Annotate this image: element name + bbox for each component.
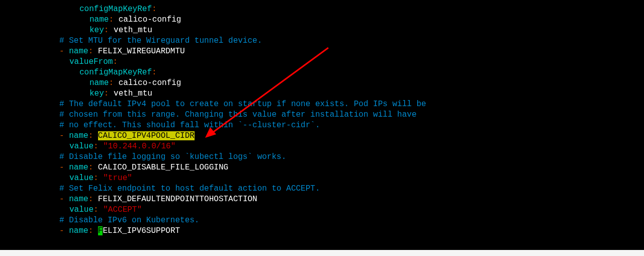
yaml-line: configMapKeyRef:: [0, 67, 644, 78]
window-bottom-edge: [0, 250, 644, 256]
yaml-line: value: "true": [0, 173, 644, 184]
terminal-editor[interactable]: configMapKeyRef: name: calico-config key…: [0, 4, 644, 236]
search-highlight: CALICO_IPV4POOL_CIDR: [98, 131, 195, 140]
yaml-line: key: veth_mtu: [0, 25, 644, 36]
yaml-comment: # no effect. This should fall within `--…: [0, 120, 644, 131]
yaml-line: valueFrom:: [0, 57, 644, 67]
yaml-line-highlighted: - name: CALICO_IPV4POOL_CIDR: [0, 131, 644, 141]
yaml-line: value: "ACCEPT": [0, 205, 644, 215]
editor-cursor: F: [98, 226, 103, 235]
yaml-line: name: calico-config: [0, 78, 644, 89]
yaml-line: - name: CALICO_DISABLE_FILE_LOGGING: [0, 162, 644, 173]
yaml-line: configMapKeyRef:: [0, 4, 644, 15]
yaml-line: value: "10.244.0.0/16": [0, 141, 644, 152]
yaml-line: - name: FELIX_WIREGUARDMTU: [0, 46, 644, 57]
yaml-comment: # Disable IPv6 on Kubernetes.: [0, 215, 644, 226]
yaml-comment: # The default IPv4 pool to create on sta…: [0, 99, 644, 110]
yaml-comment: # Set Felix endpoint to host default act…: [0, 184, 644, 194]
yaml-comment: # Set MTU for the Wireguard tunnel devic…: [0, 36, 644, 46]
yaml-comment: # Disable file logging so `kubectl logs`…: [0, 152, 644, 162]
yaml-line: - name: FELIX_DEFAULTENDPOINTTOHOSTACTIO…: [0, 194, 644, 205]
yaml-comment: # chosen from this range. Changing this …: [0, 110, 644, 120]
yaml-line: name: calico-config: [0, 15, 644, 25]
yaml-line-cursor: - name: FELIX_IPV6SUPPORT: [0, 226, 644, 236]
yaml-line: key: veth_mtu: [0, 89, 644, 99]
